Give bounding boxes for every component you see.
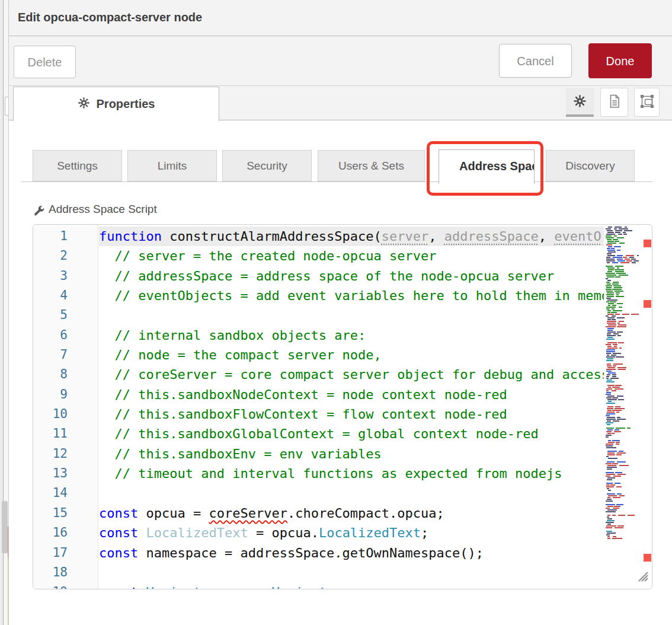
code-token: const	[99, 585, 138, 589]
minimap-dash	[612, 376, 616, 377]
minimap-dash	[607, 429, 613, 431]
properties-nav-button[interactable]	[566, 88, 594, 117]
minimap-dash	[608, 458, 617, 459]
minimap-dash	[637, 255, 639, 256]
minimap-dash	[625, 259, 630, 260]
minimap-dash	[616, 294, 619, 295]
error-annotation-marker[interactable]	[644, 554, 651, 562]
minimap-dash	[615, 527, 624, 528]
line-number: 1	[33, 227, 98, 246]
minimap-dash	[607, 410, 612, 411]
appearance-nav-button[interactable]	[634, 88, 660, 117]
minimap-dash	[606, 307, 616, 308]
tab-properties[interactable]: Properties	[13, 87, 219, 121]
code-token: // this.sandboxFlowContext = flow contex…	[99, 407, 507, 422]
error-annotation-marker[interactable]	[644, 240, 651, 247]
code-line: // this.sandboxEnv = env variables	[99, 444, 604, 464]
minimap-dash	[606, 266, 613, 267]
minimap-dash	[607, 367, 615, 368]
minimap-dash	[606, 285, 612, 286]
minimap-dash	[607, 477, 615, 479]
minimap-dash	[607, 255, 615, 256]
workspace-scrollbar-thumb[interactable]	[2, 501, 8, 553]
minimap-dash	[617, 367, 626, 368]
minimap-dash	[607, 515, 610, 516]
code-line	[99, 483, 604, 503]
line-number: 8	[33, 365, 98, 384]
description-nav-button[interactable]	[600, 88, 628, 117]
minimap-dash	[623, 232, 626, 233]
minimap-dash	[615, 314, 620, 315]
description-icon	[607, 94, 622, 111]
minimap-dash	[612, 387, 620, 388]
minimap-dash	[614, 235, 617, 237]
toolbar-divider	[9, 85, 672, 86]
tab-limits[interactable]: Limits	[127, 150, 217, 181]
error-annotation-marker[interactable]	[644, 300, 651, 308]
minimap-dash	[607, 323, 616, 324]
minimap-dash	[613, 363, 623, 365]
minimap-dash	[606, 244, 612, 245]
code-line: // eventObjects = add event variables he…	[99, 286, 604, 305]
minimap-dash	[614, 346, 617, 347]
minimap-dash	[611, 355, 616, 356]
minimap-dash	[612, 440, 620, 441]
delete-button[interactable]: Delete	[14, 46, 76, 78]
minimap-dash	[607, 536, 610, 537]
code-token	[138, 585, 146, 589]
code-token: = opcua.	[201, 585, 271, 589]
minimap-dash	[613, 536, 616, 537]
code-token: // internal sandbox objects are:	[99, 328, 366, 343]
minimap-dash	[607, 520, 615, 521]
cancel-button[interactable]: Cancel	[499, 44, 572, 78]
code-line: // this.sandboxFlowContext = flow contex…	[99, 404, 604, 424]
minimap-dash	[607, 363, 611, 365]
editor-code-area[interactable]: function constructAlarmAddressSpace(serv…	[99, 227, 604, 589]
minimap-dash	[607, 312, 610, 313]
tab-properties-label: Properties	[97, 97, 155, 111]
code-token: .choreCompact.opcua;	[287, 506, 444, 521]
code-token: LocalizedText	[319, 525, 421, 540]
tab-discovery[interactable]: Discovery	[546, 150, 635, 181]
minimap-dash	[617, 493, 622, 495]
minimap-dash	[607, 454, 615, 455]
minimap-dash	[607, 250, 615, 251]
minimap-dash	[616, 273, 625, 274]
code-token: = opcua.	[248, 525, 319, 540]
minimap-dash	[606, 484, 610, 486]
minimap-dash	[613, 333, 619, 334]
minimap-dash	[616, 454, 622, 455]
minimap-dash	[613, 476, 621, 477]
line-number: 16	[33, 523, 98, 543]
minimap-dash	[620, 262, 629, 263]
minimap-dash	[607, 241, 614, 242]
code-editor[interactable]: 12345678910111213141516171819 function c…	[33, 224, 652, 589]
minimap-dash	[606, 237, 614, 238]
code-token: function	[99, 229, 162, 244]
minimap-dash	[610, 301, 616, 302]
code-token: // eventObjects = add event variables he…	[99, 288, 604, 303]
minimap-dash	[607, 321, 616, 322]
resize-grip[interactable]	[635, 569, 649, 583]
minimap-dash	[606, 378, 609, 379]
tab-settings[interactable]: Settings	[33, 150, 122, 181]
minimap-dash	[610, 378, 619, 379]
minimap-dash	[617, 237, 624, 238]
minimap-dash	[606, 436, 609, 438]
minimap-dash	[607, 518, 613, 519]
code-line: const LocalizedText = opcua.LocalizedTex…	[99, 523, 604, 543]
minimap-dash	[607, 461, 615, 463]
minimap-dash	[607, 230, 613, 231]
tab-users-and-sets[interactable]: Users & Sets	[318, 150, 425, 181]
code-line	[99, 563, 604, 582]
minimap-dash	[615, 388, 623, 390]
editor-minimap[interactable]	[605, 227, 639, 547]
minimap-dash	[628, 515, 635, 516]
minimap-dash	[615, 230, 622, 231]
tab-security[interactable]: Security	[222, 150, 312, 181]
minimap-dash	[606, 415, 610, 416]
done-button[interactable]: Done	[588, 43, 652, 78]
minimap-dash	[615, 271, 624, 272]
minimap-dash	[612, 463, 617, 464]
minimap-dash	[608, 401, 612, 402]
